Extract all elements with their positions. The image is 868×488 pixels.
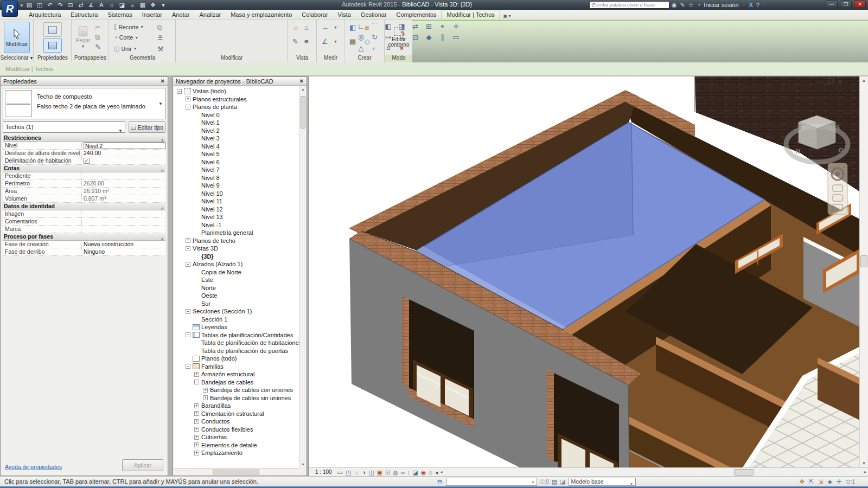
expand-icon[interactable]: + bbox=[194, 403, 199, 408]
tree-item-emplazamiento[interactable]: +Emplazamiento bbox=[174, 449, 299, 457]
viewbar-rendering-icon[interactable]: ◍ bbox=[393, 468, 398, 476]
status-select-underlay-icon[interactable]: ⇲ bbox=[818, 478, 823, 485]
group-icon[interactable]: ⧈ bbox=[365, 23, 369, 32]
section-restricciones[interactable]: Restricciones» bbox=[3, 134, 165, 142]
viewbar-crop-off-icon[interactable]: ▣ bbox=[377, 468, 382, 476]
status-press-drag-icon[interactable]: ✥ bbox=[800, 478, 805, 485]
tree-item-nivel-10[interactable]: Nivel 10 bbox=[174, 190, 299, 198]
tree-item-nivel-11[interactable]: Nivel 11 bbox=[174, 197, 299, 206]
exchange-apps-icon[interactable]: Χ bbox=[749, 2, 753, 8]
qat-section-icon[interactable]: ◪ bbox=[119, 2, 125, 9]
workset-combo[interactable]: ▼ bbox=[446, 478, 537, 486]
viewbar-crop-region-icon[interactable]: ⊡ bbox=[385, 468, 390, 476]
viewbar-visual-style-icon[interactable]: ◫ bbox=[368, 468, 374, 476]
expand-icon[interactable]: + bbox=[186, 97, 190, 101]
tree-item-copia-de-norte[interactable]: Copia de Norte bbox=[174, 268, 299, 277]
qat-text-icon[interactable]: A bbox=[98, 2, 105, 8]
tree-item-nivel-7[interactable]: Nivel 7 bbox=[174, 166, 299, 174]
collapse-icon[interactable]: − bbox=[186, 246, 190, 251]
tree-item-secci-n-1[interactable]: Sección 1 bbox=[174, 316, 299, 324]
project-browser-header[interactable]: Navegador de proyectos - BiblioCAD✕ bbox=[173, 77, 307, 86]
tree-item-tablas-de-planificaci-n-cantidades[interactable]: −Tablas de planificación/Cantidades bbox=[174, 331, 299, 339]
ribbon-display-toggle[interactable]: ▣ ▾ bbox=[500, 12, 514, 20]
worksets-icon[interactable]: ⛑ bbox=[437, 479, 443, 485]
viewcube-o-label[interactable]: O bbox=[839, 147, 844, 153]
tree-item-cubiertas[interactable]: +Cubiertas bbox=[174, 433, 299, 441]
diamond-icon[interactable]: ◆ bbox=[424, 33, 433, 42]
qat-undo-icon[interactable]: ↶ bbox=[47, 2, 53, 9]
design-option-combo[interactable]: Modelo base▼ bbox=[569, 478, 636, 486]
viewcube-s-label[interactable]: S bbox=[836, 124, 840, 131]
move-icon[interactable]: ✛ bbox=[451, 22, 461, 31]
signin-caret-icon[interactable]: ▼ bbox=[742, 3, 746, 7]
close-button[interactable]: ✕ bbox=[854, 1, 866, 8]
status-selection-filter-icon[interactable]: ▽:1 bbox=[846, 478, 855, 485]
navigation-bar[interactable]: × bbox=[828, 163, 847, 215]
tab-complementos[interactable]: Complementos bbox=[392, 10, 442, 20]
beam-icon[interactable]: ≞ bbox=[157, 34, 163, 42]
tree-item-bandejas-de-cables[interactable]: −Bandejas de cables bbox=[174, 378, 299, 387]
tab-sistemas[interactable]: Sistemas bbox=[103, 10, 137, 20]
viewbar-shadows-off-icon[interactable]: ◑ bbox=[362, 468, 366, 476]
apply-button[interactable]: Aplicar bbox=[122, 459, 163, 471]
cut-icon[interactable]: ✂ bbox=[95, 23, 101, 31]
tab-anotar[interactable]: Anotar bbox=[167, 10, 194, 20]
tree-item-barandillas[interactable]: +Barandillas bbox=[174, 402, 299, 410]
viewcube-e-label[interactable]: E bbox=[797, 124, 801, 131]
tree-item-nivel-6[interactable]: Nivel 6 bbox=[174, 158, 299, 166]
expand-icon[interactable]: + bbox=[194, 419, 199, 424]
prop-value-per-metro[interactable]: 2620.00 bbox=[82, 180, 165, 187]
rect-icon[interactable]: ▭ bbox=[451, 33, 461, 42]
tab-modificar-techos[interactable]: Modificar | Techos bbox=[442, 10, 500, 20]
qat-qat-dropdown-icon[interactable]: ▾ bbox=[160, 2, 167, 9]
tree-item-nivel-1[interactable]: Nivel 1 bbox=[174, 119, 299, 127]
paste-button[interactable]: Pegar▼ bbox=[75, 22, 91, 53]
paste-aligned-icon[interactable]: ⧉ bbox=[157, 23, 162, 32]
qat-print-icon[interactable]: ⊡ bbox=[67, 2, 74, 9]
expand-icon[interactable]: + bbox=[194, 435, 199, 440]
revit-app-button[interactable]: R bbox=[2, 1, 18, 17]
tree-item-nivel-0[interactable]: Nivel 0 bbox=[174, 111, 299, 119]
properties-palette-button[interactable] bbox=[43, 38, 62, 53]
tab-vista[interactable]: Vista bbox=[333, 10, 356, 20]
prop-value-fase-de-derribo[interactable]: Ninguno bbox=[82, 248, 165, 255]
prop-value-fase-de-creaci-n[interactable]: Nueva construcción bbox=[82, 241, 165, 248]
tree-item-tabla-de-planificaci-n-de-puertas[interactable]: Tabla de planificación de puertas bbox=[174, 347, 299, 355]
editable-only-icon[interactable]: ⚿:0 bbox=[540, 478, 549, 485]
collapse-icon[interactable]: − bbox=[186, 309, 190, 314]
drawing-area[interactable]: NOSE ×— × ▲▼ 1 : 100 ▭◳☼◑◫▣⊡◍∞¡◪◉⌂◂ ◂ ▸ bbox=[308, 76, 868, 476]
paint-icon[interactable]: ✎ bbox=[292, 37, 298, 46]
viewbar-camera-icon[interactable]: ⌂ bbox=[429, 468, 432, 476]
prop-value-comentarios[interactable] bbox=[82, 218, 165, 225]
tree-item-conductos[interactable]: +Conductos bbox=[174, 418, 299, 426]
viewbar-lightbulb-icon[interactable]: ¡ bbox=[408, 468, 410, 476]
restore-button[interactable]: ❐ bbox=[840, 1, 852, 8]
tree-item-vistas-3d[interactable]: −Vistas 3D bbox=[174, 245, 299, 253]
properties-help-link[interactable]: Ayuda de propiedades bbox=[5, 464, 62, 470]
status-select-pinned-icon[interactable]: ◈ bbox=[828, 478, 832, 485]
tree-item-oeste[interactable]: Oeste bbox=[174, 292, 299, 300]
tree-item-nivel-1[interactable]: Nivel -1 bbox=[174, 221, 299, 229]
edit-boundary-button[interactable]: ✎ Editar contorno bbox=[387, 22, 410, 53]
array-icon[interactable]: ⊞ bbox=[424, 22, 433, 31]
qat-open-file-icon[interactable]: ▤ bbox=[26, 2, 33, 9]
browser-horizontal-scrollbar[interactable] bbox=[174, 468, 299, 475]
modify-button[interactable]: Modificar bbox=[4, 22, 30, 53]
collapse-icon[interactable]: − bbox=[194, 380, 199, 384]
demolish-icon[interactable]: ⚒ bbox=[157, 45, 164, 53]
tree-item-norte[interactable]: Norte bbox=[174, 284, 299, 292]
lightbulb-icon[interactable]: ☼ bbox=[292, 23, 299, 31]
tree-item-conductos-flexibles[interactable]: +Conductos flexibles bbox=[174, 426, 299, 434]
house-icon[interactable]: ⌂ bbox=[304, 23, 309, 31]
tree-item-planos-todo-[interactable]: Planos (todo) bbox=[174, 355, 299, 363]
tree-item-planos-estructurales[interactable]: +Planos estructurales bbox=[174, 95, 299, 104]
tree-item-planimetr-a-general[interactable]: Planimetría general bbox=[174, 229, 299, 237]
tab-analizar[interactable]: Analizar bbox=[194, 10, 226, 20]
edit-type-button[interactable]: Editar tipo bbox=[129, 121, 165, 133]
prop-value-imagen[interactable] bbox=[82, 210, 165, 217]
tree-item-cimentaci-n-estructural[interactable]: +Cimentación estructural bbox=[174, 410, 299, 418]
tree-item-familias[interactable]: −Familias bbox=[174, 363, 299, 371]
tab-colaborar[interactable]: Colaborar bbox=[297, 10, 333, 20]
expand-icon[interactable]: + bbox=[194, 372, 199, 377]
recorte-button[interactable]: ⟦Recorte▼ bbox=[114, 23, 144, 30]
